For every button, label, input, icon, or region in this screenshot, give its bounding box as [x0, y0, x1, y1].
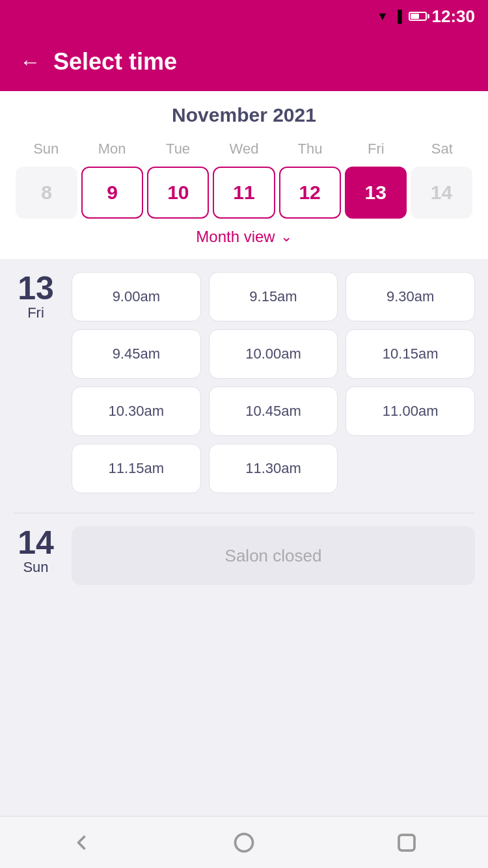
time-slot-1030am[interactable]: 10.30am	[72, 387, 201, 436]
status-time: 12:30	[432, 7, 476, 27]
weekday-thu: Thu	[277, 137, 343, 161]
weekday-wed: Wed	[211, 137, 277, 161]
time-slot-1015am[interactable]: 10.15am	[346, 329, 475, 379]
time-slot-1115am[interactable]: 11.15am	[72, 444, 201, 493]
weekday-mon: Mon	[79, 137, 144, 161]
back-button[interactable]: ←	[20, 51, 40, 72]
month-view-label: Month view	[196, 228, 275, 246]
time-slot-900am[interactable]: 9.00am	[72, 272, 201, 321]
status-icons: ▼ ▐ 12:30	[377, 7, 475, 27]
date-8: 8	[16, 167, 77, 219]
day-13-name: Fri	[13, 305, 59, 321]
day-13-number: 13	[13, 272, 59, 305]
day-13-time-grid: 9.00am 9.15am 9.30am 9.45am 10.00am 10.1…	[72, 272, 475, 493]
chevron-down-icon: ⌄	[280, 228, 292, 245]
day-14-name: Sun	[13, 559, 59, 576]
wifi-icon: ▼	[377, 10, 388, 23]
nav-recent-button[interactable]	[395, 831, 418, 854]
date-12[interactable]: 12	[279, 167, 341, 219]
nav-home-button[interactable]	[232, 831, 256, 854]
salon-closed-label: Salon closed	[72, 526, 475, 585]
day-13-label: 13 Fri	[13, 272, 59, 321]
time-slot-1100am[interactable]: 11.00am	[346, 387, 475, 436]
time-section: 13 Fri 9.00am 9.15am 9.30am 9.45am 10.00…	[0, 259, 488, 617]
day-14-number: 14	[13, 526, 59, 559]
month-year-label: November 2021	[13, 104, 475, 126]
nav-back-button[interactable]	[70, 831, 93, 854]
weekday-headers: Sun Mon Tue Wed Thu Fri Sat	[13, 137, 475, 161]
time-slot-1000am[interactable]: 10.00am	[209, 329, 338, 379]
calendar-section: November 2021 Sun Mon Tue Wed Thu Fri Sa…	[0, 91, 488, 259]
day-14-label: 14 Sun	[13, 526, 59, 576]
status-bar: ▼ ▐ 12:30	[0, 0, 488, 33]
recent-nav-icon	[395, 831, 418, 854]
page-title: Select time	[53, 48, 177, 75]
time-slot-1045am[interactable]: 10.45am	[209, 387, 338, 436]
day-divider	[13, 513, 475, 513]
date-13[interactable]: 13	[345, 167, 407, 219]
date-9[interactable]: 9	[81, 167, 143, 219]
day-14-block: 14 Sun Salon closed	[13, 526, 475, 585]
time-slot-930am[interactable]: 9.30am	[346, 272, 475, 321]
date-11[interactable]: 11	[213, 167, 275, 219]
weekday-sun: Sun	[13, 137, 79, 161]
calendar-dates: 8 9 10 11 12 13 14	[13, 167, 475, 219]
signal-icon: ▐	[394, 10, 402, 23]
date-10[interactable]: 10	[147, 167, 209, 219]
home-nav-icon	[232, 831, 256, 854]
time-slot-1130am[interactable]: 11.30am	[209, 444, 338, 493]
weekday-sat: Sat	[409, 137, 475, 161]
day-13-block: 13 Fri 9.00am 9.15am 9.30am 9.45am 10.00…	[13, 272, 475, 493]
month-view-toggle[interactable]: Month view ⌄	[13, 219, 475, 252]
battery-icon	[409, 12, 427, 21]
date-14: 14	[411, 167, 472, 219]
bottom-nav	[0, 816, 488, 868]
svg-point-0	[236, 834, 253, 851]
time-slot-915am[interactable]: 9.15am	[209, 272, 338, 321]
header: ← Select time	[0, 33, 488, 91]
time-slot-945am[interactable]: 9.45am	[72, 329, 201, 379]
back-nav-icon	[70, 831, 93, 854]
svg-rect-1	[399, 835, 414, 850]
weekday-tue: Tue	[145, 137, 211, 161]
weekday-fri: Fri	[343, 137, 409, 161]
